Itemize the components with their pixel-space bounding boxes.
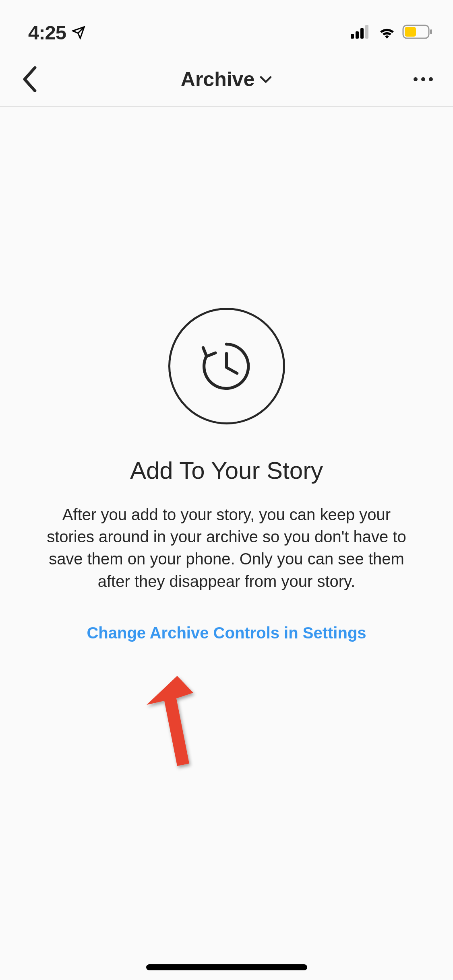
page-title: Archive: [181, 68, 254, 91]
more-button[interactable]: [407, 63, 439, 95]
svg-point-9: [429, 77, 433, 81]
status-bar: 4:25: [0, 0, 453, 52]
history-icon: [197, 337, 256, 395]
chevron-left-icon: [21, 66, 38, 92]
status-time-group: 4:25: [28, 21, 85, 44]
annotation-arrow: [93, 668, 205, 782]
svg-rect-2: [360, 28, 364, 39]
nav-header: Archive: [0, 52, 453, 107]
back-button[interactable]: [14, 63, 46, 95]
svg-point-8: [421, 77, 425, 81]
more-icon: [413, 76, 433, 82]
svg-rect-1: [356, 31, 359, 39]
archive-dropdown[interactable]: Archive: [181, 68, 272, 91]
cellular-icon: [351, 25, 372, 40]
status-icons: [351, 25, 433, 41]
svg-rect-3: [365, 25, 368, 39]
wifi-icon: [377, 25, 397, 40]
archive-icon-circle: [168, 308, 285, 424]
chevron-down-icon: [259, 75, 272, 84]
battery-icon: [402, 25, 433, 41]
empty-state: Add To Your Story After you add to your …: [0, 107, 453, 642]
location-icon: [72, 21, 85, 44]
status-time: 4:25: [28, 21, 66, 44]
svg-marker-10: [147, 676, 193, 766]
svg-rect-5: [405, 27, 416, 37]
svg-point-7: [414, 77, 418, 81]
home-indicator[interactable]: [146, 964, 307, 970]
archive-settings-link[interactable]: Change Archive Controls in Settings: [87, 624, 366, 642]
empty-state-title: Add To Your Story: [130, 457, 323, 484]
svg-rect-0: [351, 34, 354, 39]
svg-rect-6: [430, 29, 432, 34]
empty-state-description: After you add to your story, you can kee…: [37, 504, 416, 593]
